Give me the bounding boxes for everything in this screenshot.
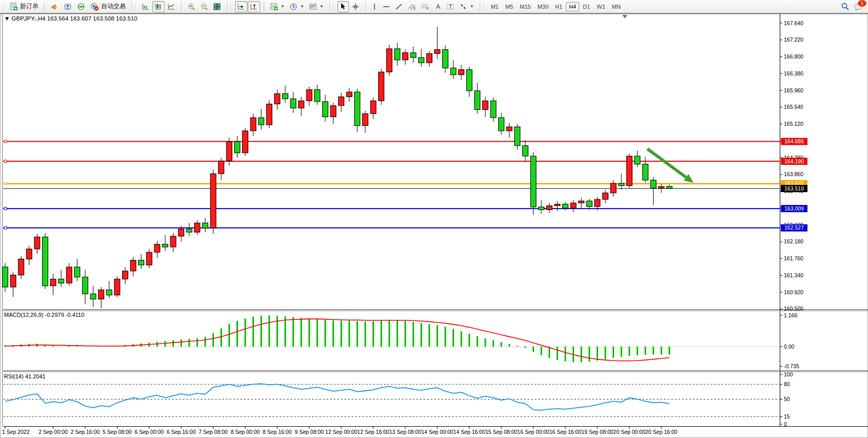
candle-bullish[interactable] xyxy=(250,118,256,131)
trendline-tool-button[interactable] xyxy=(393,1,405,12)
candle-bullish[interactable] xyxy=(10,275,16,287)
zoom-in-button[interactable] xyxy=(185,1,198,12)
crosshair-tool-button[interactable] xyxy=(349,1,362,12)
fibonacci-tool-button[interactable]: F xyxy=(419,1,432,12)
candle-bullish[interactable] xyxy=(579,201,584,203)
terminal-button[interactable] xyxy=(62,1,74,12)
candle-bearish[interactable] xyxy=(586,201,592,206)
candle-bearish[interactable] xyxy=(394,49,400,60)
templates-button[interactable]: ▼ xyxy=(307,1,326,12)
candle-bearish[interactable] xyxy=(74,267,80,277)
candle-bullish[interactable] xyxy=(114,279,120,295)
candle-bullish[interactable] xyxy=(483,101,488,109)
candle-bullish[interactable] xyxy=(435,49,440,53)
candle-bullish[interactable] xyxy=(179,229,184,236)
candle-bearish[interactable] xyxy=(490,101,496,118)
candle-bearish[interactable] xyxy=(203,223,208,228)
candle-bearish[interactable] xyxy=(635,156,640,164)
signals-button[interactable] xyxy=(75,1,88,12)
timeframe-button-m30[interactable]: M30 xyxy=(535,2,551,11)
candle-bearish[interactable] xyxy=(139,260,144,265)
candle-bearish[interactable] xyxy=(259,118,264,125)
line-anchor-marker[interactable] xyxy=(4,182,7,185)
candle-bullish[interactable] xyxy=(98,290,104,299)
chart-area[interactable]: 167.640167.220166.800166.380165.960165.5… xyxy=(0,13,868,438)
timeframe-button-m15[interactable]: M15 xyxy=(517,2,534,11)
timeframe-button-w1[interactable]: W1 xyxy=(594,2,608,11)
candle-bearish[interactable] xyxy=(314,89,320,101)
candle-bullish[interactable] xyxy=(346,92,352,97)
candle-bullish[interactable] xyxy=(603,193,608,199)
line-chart-mode-button[interactable] xyxy=(165,1,177,12)
candle-bullish[interactable] xyxy=(154,244,160,253)
candle-bullish[interactable] xyxy=(219,161,224,174)
timeframe-button-d1[interactable]: D1 xyxy=(580,2,593,11)
timeframe-button-h4[interactable]: H4 xyxy=(566,2,579,11)
candle-bullish[interactable] xyxy=(306,89,312,101)
candle-bearish[interactable] xyxy=(475,91,480,110)
candle-bearish[interactable] xyxy=(410,53,416,58)
candle-bearish[interactable] xyxy=(323,102,328,117)
candle-bullish[interactable] xyxy=(18,259,24,275)
candle-bullish[interactable] xyxy=(595,199,600,206)
line-anchor-marker[interactable] xyxy=(4,226,7,229)
arrows-tool-button[interactable]: ▼ xyxy=(457,1,476,12)
candle-bearish[interactable] xyxy=(106,290,112,295)
candle-bullish[interactable] xyxy=(403,53,408,60)
candle-bullish[interactable] xyxy=(379,72,384,101)
line-anchor-marker[interactable] xyxy=(4,160,7,163)
vertical-line-tool-button[interactable] xyxy=(369,1,380,12)
candle-bullish[interactable] xyxy=(610,183,616,193)
line-anchor-marker[interactable] xyxy=(4,140,7,143)
candle-bullish[interactable] xyxy=(299,101,304,108)
candle-bearish[interactable] xyxy=(283,93,288,99)
candle-bearish[interactable] xyxy=(354,92,360,126)
bar-chart-mode-button[interactable] xyxy=(140,1,152,12)
candle-bearish[interactable] xyxy=(466,69,472,90)
candle-bullish[interactable] xyxy=(659,186,664,188)
candle-bearish[interactable] xyxy=(530,156,536,207)
zoom-out-button[interactable] xyxy=(198,1,210,12)
text-tool-button[interactable]: A xyxy=(432,1,444,12)
candle-bearish[interactable] xyxy=(186,229,192,232)
candle-bearish[interactable] xyxy=(443,49,448,68)
cursor-tool-button[interactable] xyxy=(338,1,349,12)
horizontal-line-tool-button[interactable] xyxy=(380,1,392,12)
candle-bearish[interactable] xyxy=(515,127,520,146)
arrows-dropdown-arrow[interactable]: ▼ xyxy=(470,4,474,9)
new-order-button[interactable]: 新订单 xyxy=(8,1,41,12)
timeframe-button-m5[interactable]: M5 xyxy=(502,2,516,11)
timeframe-button-mn[interactable]: MN xyxy=(609,2,624,11)
candle-bullish[interactable] xyxy=(123,271,128,279)
candle-bullish[interactable] xyxy=(226,142,232,161)
candle-bearish[interactable] xyxy=(83,277,88,294)
candle-bullish[interactable] xyxy=(339,97,344,106)
timeframe-button-h1[interactable]: H1 xyxy=(552,2,565,11)
candle-bullish[interactable] xyxy=(210,174,216,228)
candle-bullish[interactable] xyxy=(170,236,176,247)
candle-bearish[interactable] xyxy=(43,237,48,286)
candle-bearish[interactable] xyxy=(643,164,648,180)
notifications-button[interactable]: 1 xyxy=(854,3,863,11)
candle-bearish[interactable] xyxy=(58,279,64,283)
candle-bearish[interactable] xyxy=(539,207,544,210)
candle-bullish[interactable] xyxy=(243,131,248,153)
candle-bullish[interactable] xyxy=(386,49,392,72)
candle-bullish[interactable] xyxy=(555,204,560,206)
candle-bullish[interactable] xyxy=(546,206,552,210)
channel-tool-button[interactable]: E xyxy=(406,1,419,12)
timeframe-button-m1[interactable]: M1 xyxy=(488,2,502,11)
candle-bullish[interactable] xyxy=(130,260,136,271)
candle-bearish[interactable] xyxy=(523,146,528,156)
candle-bearish[interactable] xyxy=(650,180,656,188)
candle-bullish[interactable] xyxy=(266,104,272,125)
candle-bearish[interactable] xyxy=(666,186,672,188)
candle-bullish[interactable] xyxy=(50,279,56,285)
auto-trading-button[interactable]: 自动交易 xyxy=(88,1,128,12)
templates-dropdown-arrow[interactable]: ▼ xyxy=(320,4,324,9)
candle-bearish[interactable] xyxy=(419,58,424,63)
candle-bearish[interactable] xyxy=(234,142,240,153)
candle-bearish[interactable] xyxy=(290,99,296,108)
candlestick-mode-button[interactable] xyxy=(152,1,165,12)
chart-shift-button[interactable] xyxy=(248,1,260,12)
